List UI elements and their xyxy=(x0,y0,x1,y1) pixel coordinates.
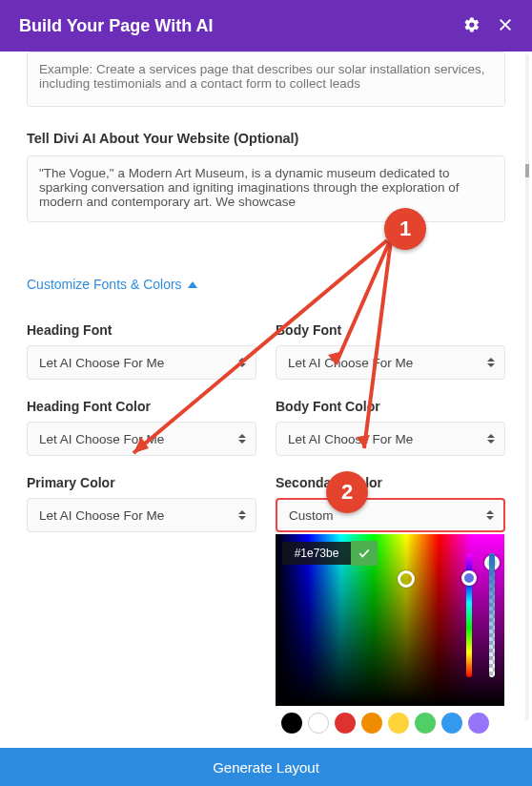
select-value: Custom xyxy=(289,508,334,523)
close-icon[interactable] xyxy=(498,17,513,35)
gear-icon[interactable] xyxy=(463,16,481,36)
secondary-color-select[interactable]: Custom xyxy=(276,498,505,532)
hue-slider-handle[interactable] xyxy=(461,570,477,586)
select-arrows-icon xyxy=(238,358,246,367)
heading-font-label: Heading Font xyxy=(27,322,256,338)
color-gradient-area[interactable] xyxy=(276,534,504,706)
body-font-label: Body Font xyxy=(276,322,505,338)
body-font-select[interactable]: Let AI Choose For Me xyxy=(276,345,505,380)
modal-header: Build Your Page With AI xyxy=(0,0,532,52)
heading-font-color-label: Heading Font Color xyxy=(27,399,256,414)
select-value: Let AI Choose For Me xyxy=(39,508,164,523)
hex-input-group xyxy=(282,541,378,566)
alpha-slider[interactable] xyxy=(489,553,495,677)
primary-color-select[interactable]: Let AI Choose For Me xyxy=(27,498,256,532)
color-cursor-icon[interactable] xyxy=(398,570,415,588)
alpha-slider-handle[interactable] xyxy=(484,555,500,570)
body-font-color-select[interactable]: Let AI Choose For Me xyxy=(276,422,505,456)
generate-layout-button[interactable]: Generate Layout xyxy=(0,748,532,786)
primary-color-label: Primary Color xyxy=(27,475,256,490)
color-swatches xyxy=(276,706,504,734)
color-swatch[interactable] xyxy=(335,713,356,734)
select-arrows-icon xyxy=(238,434,246,444)
modal-title: Build Your Page With AI xyxy=(19,16,214,36)
heading-font-select[interactable]: Let AI Choose For Me xyxy=(27,345,256,380)
hex-input[interactable] xyxy=(282,542,351,565)
page-prompt-textarea[interactable] xyxy=(27,52,505,107)
color-swatch[interactable] xyxy=(468,713,489,734)
color-swatch[interactable] xyxy=(388,713,409,734)
select-arrows-icon xyxy=(487,434,495,444)
about-website-textarea[interactable] xyxy=(27,155,505,222)
about-website-label: Tell Divi AI About Your Website (Optiona… xyxy=(27,131,505,146)
secondary-color-label: Secondary Color xyxy=(276,475,505,490)
heading-font-color-select[interactable]: Let AI Choose For Me xyxy=(27,422,256,456)
body-font-color-label: Body Font Color xyxy=(276,399,505,414)
hex-confirm-button[interactable] xyxy=(351,541,378,566)
color-swatch[interactable] xyxy=(361,713,382,734)
customize-label: Customize Fonts & Colors xyxy=(27,277,182,292)
select-value: Let AI Choose For Me xyxy=(39,356,164,370)
customize-fonts-colors-toggle[interactable]: Customize Fonts & Colors xyxy=(27,277,197,292)
color-picker xyxy=(276,534,504,734)
color-swatch[interactable] xyxy=(415,713,436,734)
header-actions xyxy=(463,16,513,36)
color-swatch[interactable] xyxy=(308,713,329,734)
select-value: Let AI Choose For Me xyxy=(288,432,413,446)
select-arrows-icon xyxy=(238,510,246,520)
color-swatch[interactable] xyxy=(441,713,462,734)
select-value: Let AI Choose For Me xyxy=(288,356,413,370)
footer-button-label: Generate Layout xyxy=(213,759,319,776)
hue-slider[interactable] xyxy=(466,553,472,677)
select-arrows-icon xyxy=(487,358,495,367)
color-swatch[interactable] xyxy=(281,713,302,734)
chevron-up-icon xyxy=(188,281,197,288)
select-arrows-icon xyxy=(486,510,494,520)
select-value: Let AI Choose For Me xyxy=(39,432,164,446)
